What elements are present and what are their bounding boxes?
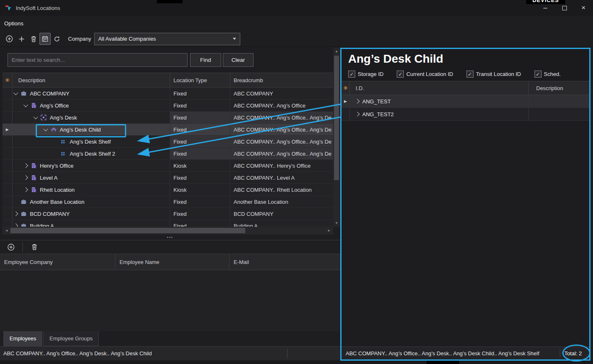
- calendar-button[interactable]: [39, 33, 51, 45]
- chevron-down-icon[interactable]: [33, 115, 38, 119]
- scroll-up-icon[interactable]: ▲: [333, 48, 340, 55]
- tree-row[interactable]: Ang’s DeskFixedABC COMPANY.. Ang’s Offic…: [2, 112, 333, 124]
- tree-cell-description[interactable]: Ang’s Desk Shelf: [12, 136, 170, 147]
- checkbox-checked-icon[interactable]: ✓: [348, 71, 355, 78]
- refresh-button[interactable]: [51, 33, 63, 45]
- tree-row[interactable]: Building AFixedBuilding A: [2, 220, 333, 227]
- column-header-email[interactable]: E-Mail: [229, 254, 340, 270]
- tree-row[interactable]: Ang’s Desk Shelf 2FixedABC COMPANY.. Ang…: [2, 148, 333, 160]
- detail-cell-id[interactable]: ANG_TEST2: [350, 108, 528, 120]
- tree-row[interactable]: BCD COMPANYFixedBCD COMPANY: [2, 208, 333, 220]
- chevron-down-icon[interactable]: [43, 127, 48, 131]
- tree-cell-location-type: Kiosk: [170, 184, 230, 195]
- company-icon: [20, 210, 27, 217]
- tree-row[interactable]: ABC COMPANYFixedABC COMPANY: [2, 88, 333, 100]
- column-header-description[interactable]: Description: [528, 81, 589, 95]
- tree-cell-description[interactable]: Another Base Location: [12, 196, 170, 208]
- chevron-right-icon[interactable]: [23, 175, 28, 180]
- tree-cell-location-type: Fixed: [170, 88, 230, 99]
- toolbar-separator: [22, 242, 23, 252]
- row-indicator-cell: [2, 100, 12, 111]
- row-indicator-cell: ▶: [2, 124, 12, 135]
- checkbox-checked-icon[interactable]: ✓: [534, 71, 542, 78]
- tree-row[interactable]: Level AFixedABC COMPANY.. Level A: [2, 172, 333, 184]
- delete-button[interactable]: [27, 33, 39, 45]
- tree-cell-description[interactable]: Ang’s Desk: [12, 112, 170, 123]
- tree-cell-description[interactable]: Rhett Location: [12, 184, 170, 195]
- column-header-breadcrumb[interactable]: Breadcrumb: [230, 73, 333, 87]
- column-header-id[interactable]: I.D.: [350, 81, 528, 95]
- checkbox-transit-location-id[interactable]: ✓Transit Location ID: [466, 71, 521, 78]
- tree-cell-description[interactable]: Ang’s Desk Shelf 2: [12, 148, 170, 159]
- tree-item-label: BCD COMPANY: [30, 211, 70, 217]
- chevron-right-icon[interactable]: [13, 223, 18, 227]
- chevron-down-icon[interactable]: [23, 103, 28, 107]
- tree-row[interactable]: Ang’s Desk ShelfFixedABC COMPANY.. Ang’s…: [2, 136, 333, 148]
- column-header-location-type[interactable]: Location Type: [170, 73, 230, 87]
- menu-options[interactable]: Options: [0, 16, 28, 31]
- scroll-down-icon[interactable]: ▼: [333, 220, 340, 227]
- tree-row[interactable]: Henry’s OfficeKioskABC COMPANY.. Henry’s…: [2, 160, 333, 172]
- tree-cell-description[interactable]: Henry’s Office: [12, 160, 170, 171]
- checkbox-storage-id[interactable]: ✓Storage ID: [348, 71, 383, 78]
- column-header-description[interactable]: Description: [12, 73, 170, 87]
- tree-cell-description[interactable]: BCD COMPANY: [12, 208, 170, 220]
- scroll-left-icon[interactable]: ◄: [3, 227, 10, 235]
- tab-employee-groups[interactable]: Employee Groups: [43, 331, 99, 346]
- chevron-right-icon[interactable]: [13, 211, 18, 216]
- tree-row[interactable]: Another Base LocationFixedAnother Base L…: [2, 196, 333, 208]
- row-indicator-cell: [2, 88, 12, 99]
- employee-tabs: EmployeesEmployee Groups: [0, 331, 340, 346]
- column-header-employee-name[interactable]: Employee Name: [115, 254, 229, 270]
- clear-button[interactable]: Clear: [223, 53, 254, 67]
- chevron-right-icon[interactable]: [355, 99, 359, 103]
- column-header-employee-company[interactable]: Employee Company: [0, 254, 115, 270]
- tree-row[interactable]: Rhett LocationKioskABC COMPANY.. Rhett L…: [2, 184, 333, 196]
- company-label: Company: [68, 36, 91, 42]
- checkbox-sched-[interactable]: ✓Sched.: [534, 71, 561, 78]
- chevron-down-icon[interactable]: [13, 90, 18, 95]
- menubar: Options: [0, 16, 593, 31]
- add-circle-button[interactable]: [3, 33, 15, 45]
- chevron-right-icon[interactable]: [355, 112, 359, 116]
- panel-splitter[interactable]: •••: [0, 235, 340, 240]
- scroll-right-icon[interactable]: ►: [326, 227, 332, 235]
- tree-cell-location-type: Fixed: [170, 112, 230, 123]
- tree-cell-breadcrumb: Another Base Location: [230, 196, 333, 208]
- tree-cell-description[interactable]: Ang’s Desk Child: [12, 124, 170, 135]
- tree-cell-breadcrumb: ABC COMPANY.. Ang’s Office.. Ang’s De: [230, 124, 333, 135]
- search-input[interactable]: [7, 53, 188, 67]
- tree-cell-breadcrumb: ABC COMPANY.. Ang’s Office.. Ang’s De: [230, 148, 333, 159]
- tree-cell-location-type: Fixed: [170, 136, 230, 147]
- detail-cell-id[interactable]: ANG_TEST: [350, 95, 528, 107]
- tree-row[interactable]: Ang’s OfficeFixedABC COMPANY.. Ang’s Off…: [2, 100, 333, 112]
- detail-row[interactable]: ANG_TEST2: [342, 108, 589, 121]
- company-dropdown[interactable]: All Available Companies: [94, 33, 240, 45]
- tree-cell-description[interactable]: ABC COMPANY: [12, 88, 170, 99]
- tree-cell-description[interactable]: Level A: [12, 172, 170, 183]
- clipped-overlay-label: DEVICES: [526, 0, 565, 4]
- chevron-right-icon[interactable]: [23, 187, 28, 192]
- employee-grid-body[interactable]: [0, 270, 340, 331]
- horizontal-scrollbar-thumb[interactable]: [10, 228, 245, 233]
- tab-employees[interactable]: Employees: [3, 331, 42, 346]
- row-indicator-cell: [2, 160, 12, 171]
- tree-row[interactable]: ▶Ang’s Desk ChildFixedABC COMPANY.. Ang’…: [2, 124, 333, 136]
- tree-cell-description[interactable]: Ang’s Office: [12, 100, 170, 111]
- chevron-right-icon[interactable]: [23, 163, 28, 168]
- find-button[interactable]: Find: [190, 53, 221, 67]
- checkbox-checked-icon[interactable]: ✓: [466, 71, 473, 78]
- vertical-scrollbar-thumb[interactable]: [334, 56, 339, 180]
- tree-cell-description[interactable]: Building A: [12, 220, 170, 227]
- vertical-scrollbar[interactable]: ▲ ▼: [333, 48, 340, 227]
- delete-employee-button[interactable]: [28, 241, 40, 253]
- checkbox-current-location-id[interactable]: ✓Current Location ID: [397, 71, 453, 78]
- add-employee-button[interactable]: [5, 241, 17, 253]
- horizontal-scrollbar[interactable]: ◄ ►: [2, 227, 333, 235]
- company-icon: [20, 198, 27, 205]
- detail-row[interactable]: ▶ANG_TEST: [342, 95, 589, 108]
- add-button[interactable]: [15, 33, 27, 45]
- splitter-grip-icon: •••: [167, 235, 173, 239]
- close-button[interactable]: ×: [574, 0, 593, 16]
- checkbox-checked-icon[interactable]: ✓: [397, 71, 404, 78]
